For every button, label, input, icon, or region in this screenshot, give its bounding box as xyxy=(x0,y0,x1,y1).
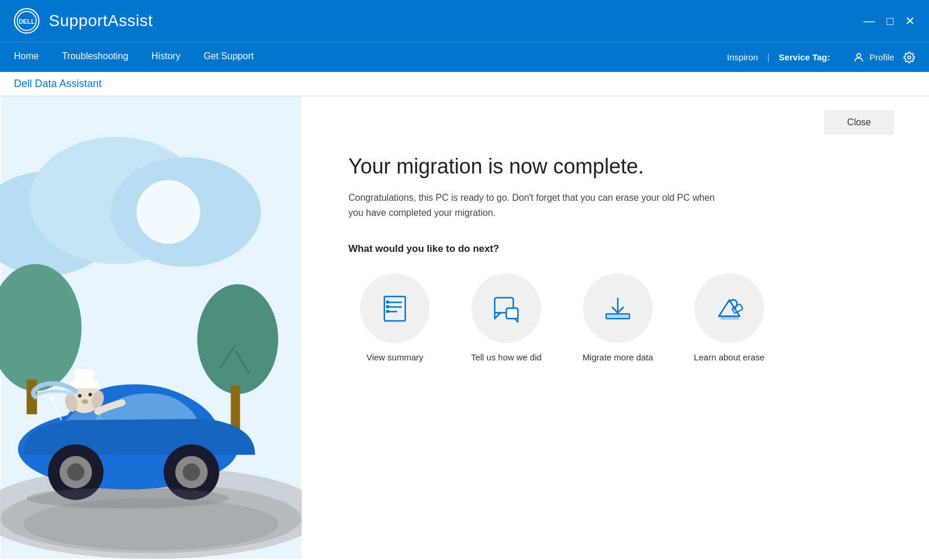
profile-icon[interactable] xyxy=(853,52,865,63)
dell-logo: DELL xyxy=(14,8,39,34)
subheader-title: Dell Data Assistant xyxy=(14,78,102,89)
next-label: What would you like to do next? xyxy=(348,243,894,255)
svg-point-37 xyxy=(51,397,55,400)
view-summary-circle xyxy=(360,273,430,343)
erase-icon xyxy=(713,292,746,324)
migrate-more-card[interactable]: Migrate more data xyxy=(571,273,664,362)
settings-icon[interactable] xyxy=(903,52,915,63)
svg-point-35 xyxy=(27,487,229,508)
window-controls: — □ ✕ xyxy=(863,15,915,27)
nav-history[interactable]: History xyxy=(152,51,181,64)
nav-home[interactable]: Home xyxy=(14,51,39,64)
svg-point-11 xyxy=(197,284,278,394)
service-tag-label: Service Tag: xyxy=(779,52,830,62)
nav-links: Home Troubleshooting History Get Support xyxy=(14,51,254,64)
profile-label[interactable]: Profile xyxy=(869,52,894,62)
svg-point-2 xyxy=(857,53,861,57)
app-title: SupportAssist xyxy=(49,12,153,30)
svg-point-3 xyxy=(908,56,911,59)
main-content: Close Your migration is now complete. Co… xyxy=(0,96,929,559)
tell-us-card[interactable]: Tell us how we did xyxy=(460,273,553,362)
svg-rect-46 xyxy=(506,308,518,319)
feedback-icon xyxy=(490,292,523,324)
maximize-button[interactable]: □ xyxy=(887,15,894,27)
nav-right: Inspiron | Service Tag: Profile xyxy=(727,52,915,63)
svg-point-31 xyxy=(78,394,81,398)
profile-section: Profile xyxy=(853,52,915,63)
svg-point-32 xyxy=(88,393,92,396)
close-button[interactable]: Close xyxy=(824,110,894,135)
minimize-button[interactable]: — xyxy=(863,15,875,27)
download-icon xyxy=(602,292,634,324)
svg-rect-38 xyxy=(384,297,405,321)
right-content: Close Your migration is now complete. Co… xyxy=(302,96,929,559)
migration-title: Your migration is now complete. xyxy=(348,154,894,179)
close-window-button[interactable]: ✕ xyxy=(905,15,915,27)
svg-rect-44 xyxy=(386,310,389,313)
list-icon xyxy=(379,292,411,324)
tell-us-circle xyxy=(471,273,541,343)
subheader: Dell Data Assistant xyxy=(0,72,929,96)
nav-troubleshooting[interactable]: Troubleshooting xyxy=(62,51,128,64)
svg-point-8 xyxy=(136,180,200,244)
action-cards: View summary Tell us how we did xyxy=(348,273,894,362)
migrate-more-label: Migrate more data xyxy=(582,352,653,362)
svg-rect-28 xyxy=(74,369,94,382)
migrate-more-circle xyxy=(583,273,653,343)
migration-description: Congratulations, this PC is ready to go.… xyxy=(348,190,720,220)
learn-erase-card[interactable]: Learn about erase xyxy=(683,273,776,362)
svg-point-20 xyxy=(67,464,85,481)
learn-erase-label: Learn about erase xyxy=(694,352,765,362)
svg-rect-12 xyxy=(231,385,240,432)
view-summary-label: View summary xyxy=(366,352,423,362)
device-name: Inspiron xyxy=(727,52,758,62)
nav-separator: | xyxy=(767,52,769,62)
illustration-area xyxy=(0,96,302,559)
nav-bar: Home Troubleshooting History Get Support… xyxy=(0,42,929,72)
title-bar: DELL SupportAssist — □ ✕ xyxy=(0,0,929,42)
svg-rect-27 xyxy=(70,381,99,388)
nav-get-support[interactable]: Get Support xyxy=(204,51,254,64)
svg-rect-49 xyxy=(607,315,628,317)
svg-point-23 xyxy=(183,464,200,481)
view-summary-card[interactable]: View summary xyxy=(348,273,441,362)
svg-rect-42 xyxy=(386,301,389,304)
learn-erase-circle xyxy=(694,273,764,343)
svg-point-33 xyxy=(81,399,88,404)
svg-text:DELL: DELL xyxy=(19,18,35,25)
tell-us-label: Tell us how we did xyxy=(471,352,542,362)
svg-rect-43 xyxy=(386,305,389,308)
